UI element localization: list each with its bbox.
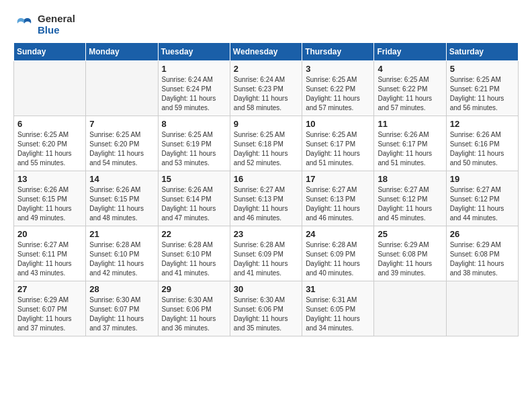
day-number: 28 xyxy=(89,284,154,294)
day-info: Sunrise: 6:25 AMSunset: 6:19 PMDaylight:… xyxy=(162,130,226,168)
day-number: 31 xyxy=(306,284,370,294)
calendar-cell: 11Sunrise: 6:26 AMSunset: 6:17 PMDayligh… xyxy=(374,116,446,171)
day-info: Sunrise: 6:30 AMSunset: 6:06 PMDaylight:… xyxy=(234,295,298,333)
day-info: Sunrise: 6:25 AMSunset: 6:22 PMDaylight:… xyxy=(378,75,442,113)
calendar-table: SundayMondayTuesdayWednesdayThursdayFrid… xyxy=(13,42,519,336)
calendar-cell: 8Sunrise: 6:25 AMSunset: 6:19 PMDaylight… xyxy=(158,116,230,171)
calendar-cell: 28Sunrise: 6:30 AMSunset: 6:07 PMDayligh… xyxy=(86,281,158,336)
day-number: 13 xyxy=(17,174,82,184)
calendar-cell: 26Sunrise: 6:29 AMSunset: 6:08 PMDayligh… xyxy=(446,226,518,281)
calendar-cell xyxy=(446,281,518,336)
day-number: 6 xyxy=(17,119,82,129)
day-info: Sunrise: 6:29 AMSunset: 6:08 PMDaylight:… xyxy=(378,240,442,278)
week-row-1: 1Sunrise: 6:24 AMSunset: 6:24 PMDaylight… xyxy=(14,61,519,116)
day-info: Sunrise: 6:27 AMSunset: 6:13 PMDaylight:… xyxy=(306,185,370,223)
calendar-cell: 9Sunrise: 6:25 AMSunset: 6:18 PMDaylight… xyxy=(230,116,302,171)
day-info: Sunrise: 6:25 AMSunset: 6:22 PMDaylight:… xyxy=(306,75,370,113)
calendar-cell: 18Sunrise: 6:27 AMSunset: 6:12 PMDayligh… xyxy=(374,171,446,226)
calendar-cell: 21Sunrise: 6:28 AMSunset: 6:10 PMDayligh… xyxy=(86,226,158,281)
calendar-cell: 30Sunrise: 6:30 AMSunset: 6:06 PMDayligh… xyxy=(230,281,302,336)
weekday-header-tuesday: Tuesday xyxy=(158,43,230,61)
calendar-cell: 10Sunrise: 6:25 AMSunset: 6:17 PMDayligh… xyxy=(302,116,374,171)
calendar-cell: 12Sunrise: 6:26 AMSunset: 6:16 PMDayligh… xyxy=(446,116,518,171)
day-number: 5 xyxy=(450,64,515,74)
logo-text-blue: Blue xyxy=(38,25,75,36)
day-info: Sunrise: 6:28 AMSunset: 6:10 PMDaylight:… xyxy=(162,240,226,278)
day-info: Sunrise: 6:25 AMSunset: 6:17 PMDaylight:… xyxy=(306,130,370,168)
calendar-cell: 16Sunrise: 6:27 AMSunset: 6:13 PMDayligh… xyxy=(230,171,302,226)
day-number: 19 xyxy=(450,174,515,184)
day-info: Sunrise: 6:26 AMSunset: 6:17 PMDaylight:… xyxy=(378,130,442,168)
day-number: 3 xyxy=(306,64,370,74)
day-number: 27 xyxy=(17,284,82,294)
calendar-cell: 5Sunrise: 6:25 AMSunset: 6:21 PMDaylight… xyxy=(446,61,518,116)
logo-bird-icon xyxy=(13,14,35,36)
day-info: Sunrise: 6:31 AMSunset: 6:05 PMDaylight:… xyxy=(306,295,370,333)
week-row-5: 27Sunrise: 6:29 AMSunset: 6:07 PMDayligh… xyxy=(14,281,519,336)
day-number: 25 xyxy=(378,229,442,239)
day-info: Sunrise: 6:27 AMSunset: 6:11 PMDaylight:… xyxy=(17,240,82,278)
calendar-cell: 25Sunrise: 6:29 AMSunset: 6:08 PMDayligh… xyxy=(374,226,446,281)
day-info: Sunrise: 6:24 AMSunset: 6:23 PMDaylight:… xyxy=(234,75,298,113)
day-number: 30 xyxy=(234,284,298,294)
day-number: 29 xyxy=(162,284,226,294)
day-number: 9 xyxy=(234,119,298,129)
calendar-cell xyxy=(86,61,158,116)
day-number: 10 xyxy=(306,119,370,129)
day-number: 22 xyxy=(162,229,226,239)
day-info: Sunrise: 6:25 AMSunset: 6:21 PMDaylight:… xyxy=(450,75,515,113)
calendar-cell xyxy=(374,281,446,336)
calendar-cell: 27Sunrise: 6:29 AMSunset: 6:07 PMDayligh… xyxy=(14,281,86,336)
weekday-header-thursday: Thursday xyxy=(302,43,374,61)
day-info: Sunrise: 6:30 AMSunset: 6:06 PMDaylight:… xyxy=(162,295,226,333)
weekday-header-friday: Friday xyxy=(374,43,446,61)
week-row-2: 6Sunrise: 6:25 AMSunset: 6:20 PMDaylight… xyxy=(14,116,519,171)
day-number: 2 xyxy=(234,64,298,74)
day-info: Sunrise: 6:29 AMSunset: 6:08 PMDaylight:… xyxy=(450,240,515,278)
day-number: 7 xyxy=(89,119,154,129)
calendar-cell: 3Sunrise: 6:25 AMSunset: 6:22 PMDaylight… xyxy=(302,61,374,116)
day-number: 21 xyxy=(89,229,154,239)
page-header: General Blue xyxy=(13,13,519,36)
day-number: 12 xyxy=(450,119,515,129)
day-info: Sunrise: 6:25 AMSunset: 6:20 PMDaylight:… xyxy=(89,130,154,168)
logo: General Blue xyxy=(13,13,75,36)
calendar-cell: 7Sunrise: 6:25 AMSunset: 6:20 PMDaylight… xyxy=(86,116,158,171)
day-info: Sunrise: 6:25 AMSunset: 6:20 PMDaylight:… xyxy=(17,130,82,168)
weekday-header-monday: Monday xyxy=(86,43,158,61)
day-info: Sunrise: 6:27 AMSunset: 6:12 PMDaylight:… xyxy=(378,185,442,223)
day-number: 16 xyxy=(234,174,298,184)
calendar-cell: 14Sunrise: 6:26 AMSunset: 6:15 PMDayligh… xyxy=(86,171,158,226)
day-info: Sunrise: 6:26 AMSunset: 6:14 PMDaylight:… xyxy=(162,185,226,223)
day-number: 11 xyxy=(378,119,442,129)
week-row-4: 20Sunrise: 6:27 AMSunset: 6:11 PMDayligh… xyxy=(14,226,519,281)
weekday-header-wednesday: Wednesday xyxy=(230,43,302,61)
day-number: 14 xyxy=(89,174,154,184)
day-number: 26 xyxy=(450,229,515,239)
day-info: Sunrise: 6:28 AMSunset: 6:09 PMDaylight:… xyxy=(306,240,370,278)
calendar-cell: 31Sunrise: 6:31 AMSunset: 6:05 PMDayligh… xyxy=(302,281,374,336)
calendar-cell: 22Sunrise: 6:28 AMSunset: 6:10 PMDayligh… xyxy=(158,226,230,281)
calendar-cell: 23Sunrise: 6:28 AMSunset: 6:09 PMDayligh… xyxy=(230,226,302,281)
calendar-cell: 4Sunrise: 6:25 AMSunset: 6:22 PMDaylight… xyxy=(374,61,446,116)
day-number: 17 xyxy=(306,174,370,184)
calendar-cell: 2Sunrise: 6:24 AMSunset: 6:23 PMDaylight… xyxy=(230,61,302,116)
calendar-cell: 19Sunrise: 6:27 AMSunset: 6:12 PMDayligh… xyxy=(446,171,518,226)
day-info: Sunrise: 6:24 AMSunset: 6:24 PMDaylight:… xyxy=(162,75,226,113)
weekday-header-row: SundayMondayTuesdayWednesdayThursdayFrid… xyxy=(14,43,519,61)
day-info: Sunrise: 6:26 AMSunset: 6:16 PMDaylight:… xyxy=(450,130,515,168)
calendar-cell: 15Sunrise: 6:26 AMSunset: 6:14 PMDayligh… xyxy=(158,171,230,226)
day-number: 1 xyxy=(162,64,226,74)
calendar-cell: 17Sunrise: 6:27 AMSunset: 6:13 PMDayligh… xyxy=(302,171,374,226)
day-number: 8 xyxy=(162,119,226,129)
calendar-cell: 1Sunrise: 6:24 AMSunset: 6:24 PMDaylight… xyxy=(158,61,230,116)
calendar-cell: 6Sunrise: 6:25 AMSunset: 6:20 PMDaylight… xyxy=(14,116,86,171)
day-info: Sunrise: 6:27 AMSunset: 6:13 PMDaylight:… xyxy=(234,185,298,223)
day-info: Sunrise: 6:29 AMSunset: 6:07 PMDaylight:… xyxy=(17,295,82,333)
calendar-cell: 29Sunrise: 6:30 AMSunset: 6:06 PMDayligh… xyxy=(158,281,230,336)
day-info: Sunrise: 6:26 AMSunset: 6:15 PMDaylight:… xyxy=(17,185,82,223)
day-number: 15 xyxy=(162,174,226,184)
day-info: Sunrise: 6:27 AMSunset: 6:12 PMDaylight:… xyxy=(450,185,515,223)
day-number: 20 xyxy=(17,229,82,239)
weekday-header-sunday: Sunday xyxy=(14,43,86,61)
